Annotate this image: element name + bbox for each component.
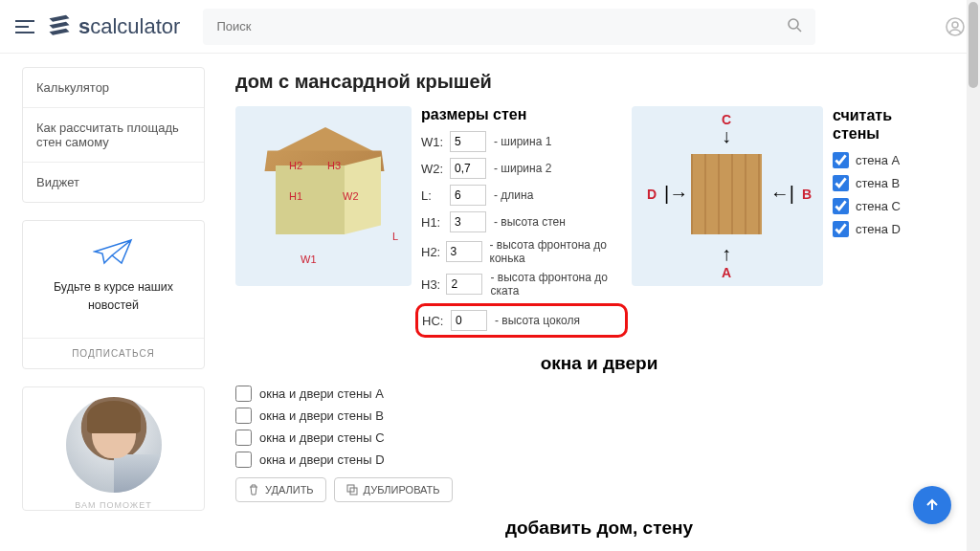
scrollbar[interactable] [967,0,980,551]
input-h3[interactable] [446,274,482,295]
dims-title: размеры стен [421,106,622,123]
help-tag: ВАМ ПОМОЖЕТ [23,500,204,510]
chk-wd-a[interactable]: окна и двери стены A [235,386,963,402]
dimensions-panel: размеры стен W1:- ширина 1 W2:- ширина 2… [421,106,622,338]
news-box: Будьте в курсе наших новостей ПОДПИСАТЬС… [22,220,205,369]
input-w1[interactable] [450,131,486,152]
add-section-title: добавить дом, стену [235,518,963,539]
nav-box: Калькулятор Как рассчитать площадь стен … [22,67,205,203]
house-diagram: W1 L H1 H2 H3 W2 [235,106,412,286]
help-box: ВАМ ПОМОЖЕТ [22,386,205,511]
sidebar-item-widget[interactable]: Виджет [23,163,204,202]
search-icon[interactable] [787,17,802,35]
arrow-right-icon: |→ [664,183,688,205]
walls-title: считать стены [833,106,919,143]
dim-row: W2:- ширина 2 [421,158,622,179]
sidebar: Калькулятор Как рассчитать площадь стен … [0,54,218,551]
search-box[interactable] [203,9,815,45]
page-title: дом с мансардной крышей [235,71,963,93]
sidebar-item-calc[interactable]: Калькулятор [23,68,204,108]
chk-wall-b[interactable]: стена B [833,175,919,191]
svg-point-2 [952,22,958,28]
duplicate-button[interactable]: ДУБЛИРОВАТЬ [334,477,453,502]
delete-button[interactable]: УДАЛИТЬ [235,477,326,502]
chk-wall-d[interactable]: стена D [833,221,919,237]
dim-row: H2:- высота фронтона до конька [421,238,622,265]
input-w2[interactable] [450,158,486,179]
scroll-top-button[interactable] [913,486,951,524]
walls-checks: считать стены стена A стена B стена C ст… [833,106,919,338]
chk-wall-c[interactable]: стена C [833,198,919,214]
logo[interactable]: scalculator [46,13,180,40]
input-l[interactable] [450,185,486,206]
chk-wall-a[interactable]: стена A [833,152,919,168]
scroll-thumb[interactable] [969,2,978,88]
dim-row: H1:- высота стен [421,211,622,232]
arrow-left-icon: ←| [770,183,794,205]
dim-row-highlighted: HC:- высота цоколя [415,303,628,338]
sidebar-item-howto[interactable]: Как рассчитать площадь стен самому [23,108,204,163]
svg-point-0 [789,19,798,29]
windows-doors-title: окна и двери [235,353,963,374]
dim-row: H3:- высота фронтона до ската [421,271,622,298]
walls-diagram: A B C D ↑ ↓ ←| |→ [632,106,823,286]
arrow-up-icon [924,497,940,513]
avatar [66,397,162,493]
arrow-down-icon: ↓ [722,125,731,147]
subscribe-button[interactable]: ПОДПИСАТЬСЯ [23,338,204,368]
header: scalculator [0,0,980,54]
input-h1[interactable] [450,211,486,232]
menu-icon[interactable] [11,13,38,40]
chk-wd-d[interactable]: окна и двери стены D [235,452,963,468]
arrow-up-icon: ↑ [722,243,731,265]
input-hc[interactable] [451,310,487,331]
search-input[interactable] [216,19,787,33]
news-text: Будьте в курсе наших новостей [33,278,194,315]
chk-wd-b[interactable]: окна и двери стены B [235,408,963,424]
user-icon[interactable] [942,13,969,40]
dim-row: W1:- ширина 1 [421,131,622,152]
trash-icon [248,484,259,496]
main: дом с мансардной крышей W1 L H1 H2 H3 W2… [218,54,980,551]
dim-row: L:- длина [421,185,622,206]
input-h2[interactable] [446,241,482,262]
chk-wd-c[interactable]: окна и двери стены C [235,430,963,446]
copy-icon [346,484,358,496]
logo-icon [46,13,73,40]
paper-plane-icon [33,238,194,271]
